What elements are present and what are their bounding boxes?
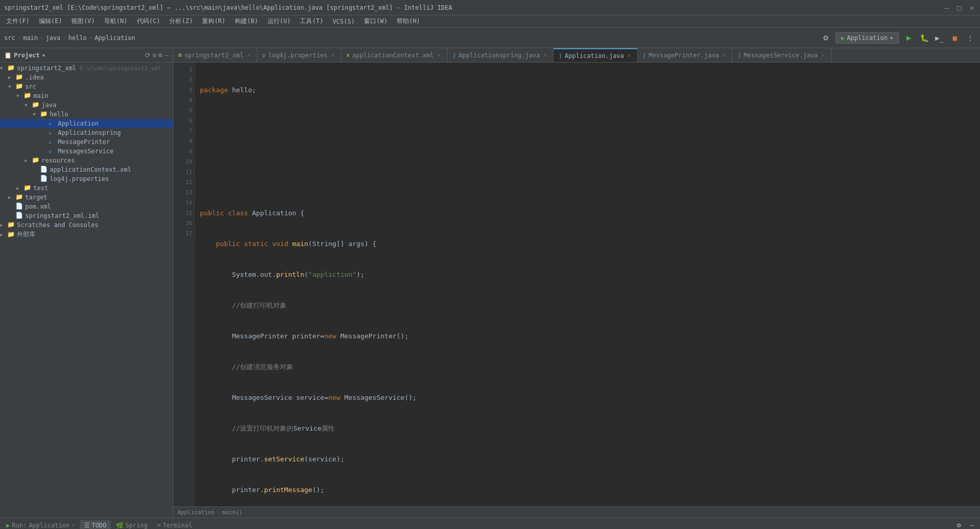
label-target: target: [25, 194, 47, 201]
tab-close-appcontext[interactable]: ✕: [436, 51, 442, 59]
breadcrumb: src › main › java › hello › Application: [4, 34, 135, 42]
tab-icon-appcontext: x: [346, 52, 350, 58]
menu-item-v[interactable]: 视图(V): [67, 16, 99, 27]
java-icon-messagesservice: ☕: [48, 147, 56, 155]
tree-item-external[interactable]: ▶ 📁 外部库: [0, 230, 173, 239]
menu-item-vcss[interactable]: VCS(S): [329, 17, 359, 26]
breadcrumb-main[interactable]: main: [23, 34, 38, 42]
code-line-9: MessagePrinter printer=new MessagePrinte…: [200, 331, 980, 341]
breadcrumb-hello[interactable]: hello: [68, 34, 87, 42]
tree-item-test[interactable]: ▶ 📁 test: [0, 184, 173, 193]
code-line-1: package hello;: [200, 85, 980, 95]
minimize-button[interactable]: —: [943, 4, 951, 12]
tab-close-messagesservice[interactable]: ✕: [821, 51, 826, 59]
tab-close-log4j[interactable]: ✕: [330, 51, 336, 59]
tab-label-log4j: log4j.properties: [268, 52, 328, 59]
tab-messageprinter[interactable]: j MessagePrinter.java ✕: [638, 48, 733, 62]
tree-item-iml[interactable]: 📄 springstart2_xml.iml: [0, 211, 173, 220]
tree-item-log4j[interactable]: 📄 log4j.properties: [0, 174, 173, 184]
menu-item-z[interactable]: 分析(Z): [165, 16, 197, 27]
breadcrumb-application-class[interactable]: Application: [177, 509, 215, 516]
code-line-6: public static void main(String[] args) {: [200, 239, 980, 249]
code-content[interactable]: package hello; public class Application …: [195, 63, 980, 506]
more-button[interactable]: ⋮: [965, 32, 976, 44]
settings-button[interactable]: ⚙: [820, 32, 831, 44]
breadcrumb-main-method[interactable]: main(): [222, 509, 242, 516]
tree-item-messageprinter[interactable]: ☕ MessagePrinter: [0, 137, 173, 147]
bottom-tab-run[interactable]: ▶ Run: Application ✕: [2, 520, 79, 530]
tab-applicationspring[interactable]: j Applicationspring.java ✕: [447, 48, 554, 62]
sync-icon[interactable]: ⟳: [145, 51, 151, 59]
tree-item-scratches[interactable]: ▶ 📁 Scratches and Consoles: [0, 220, 173, 230]
bottom-tab-todo[interactable]: ☰ TODO: [80, 520, 111, 530]
minimize-bottom-button[interactable]: —: [967, 520, 978, 530]
tab-appcontext[interactable]: x applicationContext.xml ✕: [341, 48, 447, 62]
tree-item-root[interactable]: ▼ 📁 springstart2_xml E:\Code\springstart…: [0, 64, 173, 73]
tab-close-messageprinter[interactable]: ✕: [722, 51, 727, 59]
coverage-button[interactable]: ▶̲: [934, 32, 945, 44]
tab-messagesservice[interactable]: j MessagesService.java ✕: [732, 48, 831, 62]
label-scratches: Scratches and Consoles: [17, 221, 98, 229]
tree-item-target[interactable]: ▶ 📁 target: [0, 193, 173, 202]
close-button[interactable]: ✕: [968, 4, 976, 12]
tree-item-java[interactable]: ▼ 📁 java: [0, 100, 173, 110]
line-17: 17: [175, 229, 192, 239]
folder-icon-scratches: 📁: [7, 221, 15, 229]
tree-item-hello[interactable]: ▼ 📁 hello: [0, 110, 173, 119]
settings-bottom-button[interactable]: ⚙: [953, 520, 965, 530]
terminal-label: Terminal: [162, 522, 192, 529]
code-line-5: public class Application {: [200, 208, 980, 218]
tab-close-applicationspring[interactable]: ✕: [542, 51, 548, 59]
tree-item-appcontext[interactable]: 📄 applicationContext.xml: [0, 165, 173, 174]
collapse-icon[interactable]: —: [165, 51, 169, 59]
expand-icon[interactable]: ⊞: [158, 51, 162, 59]
terminal-icon: ⌨: [157, 522, 160, 529]
menu-item-h[interactable]: 帮助(H): [393, 16, 424, 27]
tab-springstart2-xml[interactable]: m springstart2_xml ✕: [173, 48, 257, 62]
menu-item-u[interactable]: 运行(U): [263, 16, 295, 27]
tree-item-idea[interactable]: ▶ 📁 .idea: [0, 73, 173, 82]
breadcrumb-application[interactable]: Application: [95, 34, 135, 42]
menu-item-f[interactable]: 文件(F): [2, 16, 34, 27]
stop-button[interactable]: ■: [949, 32, 961, 44]
label-log4j: log4j.properties: [50, 175, 109, 182]
breadcrumb-java[interactable]: java: [46, 34, 60, 42]
tree-item-resources[interactable]: ▶ 📁 resources: [0, 156, 173, 165]
tab-close-application[interactable]: ✕: [626, 52, 632, 59]
tree-item-main[interactable]: ▼ 📁 main: [0, 91, 173, 100]
menu-item-c[interactable]: 代码(C): [133, 16, 165, 27]
tree-item-src[interactable]: ▼ 📁 src: [0, 82, 173, 91]
run-config-selector[interactable]: ▶ Application ▾: [835, 32, 899, 44]
breadcrumb-src[interactable]: src: [4, 34, 15, 42]
bottom-tab-terminal[interactable]: ⌨ Terminal: [153, 520, 196, 530]
debug-button[interactable]: 🐛: [918, 32, 930, 44]
tree-item-pom[interactable]: 📄 pom.xml: [0, 202, 173, 211]
tab-close-springstart2-xml[interactable]: ✕: [246, 51, 252, 59]
menu-item-r[interactable]: 重构(R): [198, 16, 230, 27]
menu-item-n[interactable]: 导航(N): [100, 16, 132, 27]
arrow-hello: ▼: [33, 112, 40, 117]
run-button[interactable]: ▶: [903, 32, 914, 44]
label-messageprinter: MessagePrinter: [58, 138, 110, 146]
menu-item-w[interactable]: 窗口(W): [360, 16, 392, 27]
tree-item-application[interactable]: ☕ Application: [0, 119, 173, 128]
bulb-icon-11[interactable]: 💡: [195, 393, 196, 403]
menu-item-e[interactable]: 编辑(E): [35, 16, 67, 27]
tree-item-messagesservice[interactable]: ☕ MessagesService: [0, 147, 173, 156]
arrow-test: ▶: [16, 186, 24, 191]
code-editor[interactable]: 1 2 3 4 ▶ 5 ▶ 6 7 8 9 10 11 12 13 14: [173, 63, 980, 506]
run-tab-close[interactable]: ✕: [72, 522, 75, 528]
tab-log4j[interactable]: p log4j.properties ✕: [257, 48, 341, 62]
tree-item-applicationspring[interactable]: ☕ Applicationspring: [0, 128, 173, 137]
code-line-13: printer.setService(service);: [200, 454, 980, 464]
tab-application[interactable]: j Application.java ✕: [554, 48, 638, 62]
title-bar: springstart2_xml [E:\Code\springstart2_x…: [0, 0, 980, 15]
maximize-button[interactable]: □: [955, 4, 963, 12]
menu-bar: 文件(F)编辑(E)视图(V)导航(N)代码(C)分析(Z)重构(R)构建(B)…: [0, 15, 980, 28]
bottom-tab-spring[interactable]: 🌿 Spring: [112, 520, 152, 530]
menu-item-b[interactable]: 构建(B): [231, 16, 262, 27]
folder-icon-idea: 📁: [15, 73, 24, 82]
sidebar-dropdown-icon[interactable]: ▾: [42, 52, 46, 59]
menu-item-t[interactable]: 工具(T): [296, 16, 328, 27]
gear-icon[interactable]: ⚙: [153, 51, 157, 59]
